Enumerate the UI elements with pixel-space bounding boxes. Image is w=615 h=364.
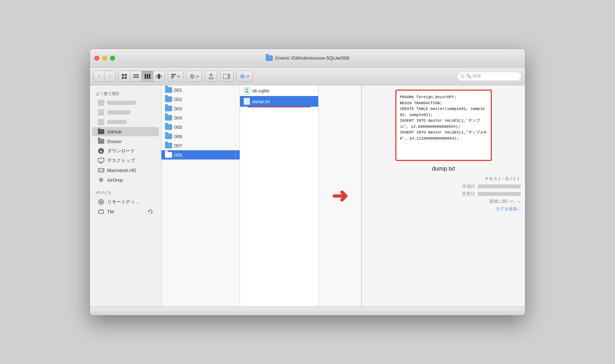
svg-point-17 [190, 74, 194, 79]
folder-001-chevron: › [235, 88, 236, 92]
arrange-button[interactable] [168, 71, 183, 82]
action-chevron-icon [196, 75, 199, 78]
view-coverflow-button[interactable] [153, 71, 165, 82]
sidebar-item-airdrop[interactable]: AirDrop [92, 175, 159, 184]
svg-rect-3 [125, 77, 127, 79]
folder-007-chevron: › [235, 144, 236, 148]
fav1-thumbnail-icon [98, 100, 104, 106]
sidebar-item-remote[interactable]: リモートディ… [92, 197, 159, 207]
svg-point-29 [102, 170, 104, 171]
folder-004[interactable]: 004 › [161, 113, 240, 122]
github-label: GitHub [107, 129, 121, 135]
folder-003-icon [165, 106, 172, 111]
folder-007-label: 007 [174, 143, 182, 148]
folder-002-icon [165, 96, 172, 102]
add-tag-link[interactable]: タグを追加... [366, 206, 521, 212]
svg-rect-7 [145, 74, 146, 79]
label-button[interactable] [220, 71, 234, 82]
title-text: /Users/ /GitHub/resouce-SQLite/008 [275, 55, 349, 61]
sidebar-item-fav2[interactable] [92, 108, 159, 117]
view-buttons [119, 71, 165, 82]
folder-002[interactable]: 002 › [161, 95, 240, 104]
folder-006[interactable]: 006 › [161, 132, 240, 141]
svg-rect-5 [133, 76, 139, 76]
view-icon-button[interactable] [119, 71, 130, 82]
svg-rect-18 [223, 74, 230, 79]
last-opened-value: -- [518, 199, 521, 204]
dump-file-icon [244, 98, 250, 105]
list-view-icon [133, 74, 139, 79]
arrow-area: ➜ [319, 85, 361, 307]
folder-002-label: 002 [174, 97, 182, 102]
last-opened-label: 最後に開いた [489, 198, 515, 204]
search-box[interactable]: 🔍 検索 [457, 72, 521, 81]
remote-label: リモートディ… [107, 199, 140, 205]
svg-rect-11 [158, 74, 160, 79]
underline-container [240, 107, 318, 107]
docker-folder-icon [98, 138, 104, 145]
share-button[interactable] [205, 71, 217, 82]
close-button[interactable] [94, 56, 99, 61]
file-db[interactable]: db.sqlite › [240, 85, 318, 96]
sidebar-item-macintosh[interactable]: Macintosh HD [92, 166, 159, 175]
nav-buttons: ‹ › [94, 71, 116, 82]
file-underline [248, 107, 310, 107]
svg-point-16 [191, 75, 193, 77]
github-folder-icon [98, 128, 104, 135]
arrange-icon [171, 74, 176, 79]
folder-008[interactable]: 008 › [161, 150, 240, 160]
folder-008-icon [165, 152, 172, 158]
folder-icon [266, 55, 273, 61]
github-folder-shape [98, 129, 104, 134]
folder-001[interactable]: 001 › [161, 85, 240, 95]
folder-001-icon [165, 87, 172, 93]
svg-point-34 [101, 202, 101, 202]
meta-last-opened-row: 最後に開いた -- [366, 198, 521, 204]
file-dump[interactable]: dump.txt [240, 96, 318, 107]
folder-003-label: 003 [174, 106, 182, 111]
folder-007[interactable]: 007 › [161, 141, 240, 150]
desktop-icon [98, 157, 104, 164]
folder-003[interactable]: 003 › [161, 104, 240, 113]
airdrop-label: AirDrop [107, 177, 123, 183]
window-title: /Users/ /GitHub/resouce-SQLite/008 [266, 55, 349, 61]
sidebar-item-github[interactable]: GitHub [92, 127, 159, 136]
maximize-button[interactable] [110, 56, 115, 61]
action-button[interactable] [186, 71, 202, 82]
sidebar-item-fav1[interactable] [92, 98, 159, 107]
view-list-button[interactable] [130, 71, 142, 82]
svg-rect-10 [156, 75, 158, 78]
fav2-thumbnail-icon [98, 109, 104, 116]
folder-005[interactable]: 005 › [161, 122, 240, 132]
back-button[interactable]: ‹ [94, 71, 105, 82]
folder-005-chevron: › [235, 125, 236, 129]
created-label: 作成日 [462, 183, 475, 189]
db-file-chevron: › [314, 89, 315, 93]
folder-008-label: 008 [174, 152, 182, 158]
svg-line-23 [463, 77, 464, 78]
dropbox-button[interactable] [236, 71, 252, 82]
meta-created-row: 作成日 [366, 183, 521, 189]
fav3-thumbnail-icon [98, 119, 104, 125]
file-pane: 001 › 002 › 003 › 004 › [161, 85, 525, 307]
sidebar-item-desktop[interactable]: デスクトップ [92, 156, 159, 165]
forward-icon: › [109, 74, 111, 79]
minimize-button[interactable] [102, 56, 107, 61]
folder-001-label: 001 [174, 87, 182, 93]
column-view-icon [145, 74, 150, 79]
preview-pane: PRAGMA foreign_keys=OFF; BEGIN TRANSACTI… [361, 85, 525, 307]
sidebar-item-download[interactable]: ダウンロード [92, 146, 159, 156]
preview-text: PRAGMA foreign_keys=OFF; BEGIN TRANSACTI… [400, 94, 487, 141]
sidebar-item-fav3[interactable] [92, 117, 159, 127]
view-column-button[interactable] [142, 71, 153, 82]
sidebar-item-docker[interactable]: Docker [92, 137, 159, 146]
svg-rect-8 [147, 74, 148, 79]
forward-button[interactable]: › [105, 71, 115, 82]
db-file-icon [244, 87, 250, 94]
column-2: db.sqlite › dump.txt [240, 85, 319, 307]
svg-rect-2 [122, 77, 124, 79]
svg-rect-15 [171, 77, 173, 79]
folder-002-chevron: › [235, 97, 236, 101]
titlebar: /Users/ /GitHub/resouce-SQLite/008 [90, 49, 525, 67]
sidebar-item-tm[interactable]: TM [92, 207, 159, 216]
